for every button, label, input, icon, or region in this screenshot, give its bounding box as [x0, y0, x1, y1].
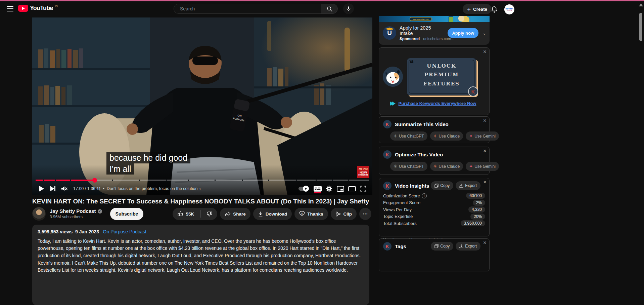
- scrollbar-thumb[interactable]: [639, 13, 642, 41]
- channel-meta[interactable]: Jay Shetty Podcast ✓ 3.96M subscribers: [50, 208, 102, 220]
- create-button[interactable]: + Create: [463, 4, 492, 14]
- chatgpt-icon: ✳: [394, 134, 397, 139]
- export-icon: [459, 184, 463, 188]
- progress-bar[interactable]: [36, 180, 369, 181]
- use-claude-label: Use Claude: [439, 164, 460, 169]
- badge-line3: SUBSCRIBE: [357, 174, 369, 176]
- graduation-cap-icon: [385, 28, 394, 30]
- use-gemini-button[interactable]: ✦ Use Gemini: [466, 131, 499, 141]
- subscribe-button[interactable]: Subscribe: [110, 208, 144, 220]
- search-button[interactable]: [321, 4, 338, 14]
- next-button[interactable]: [47, 183, 58, 194]
- search-box: [174, 4, 321, 14]
- miniplayer-button[interactable]: [335, 183, 346, 194]
- youtube-logo[interactable]: YouTube IN: [18, 5, 57, 12]
- optimize-close-icon[interactable]: ×: [483, 148, 487, 154]
- summarize-buttons: ✳ Use ChatGPT ✳ Use Claude ✦ Use Gemini: [390, 131, 499, 141]
- chapter-title[interactable]: • Don't focus on the problem, focus on t…: [103, 186, 198, 191]
- apply-now-button[interactable]: Apply now: [448, 28, 478, 38]
- summarize-close-icon[interactable]: ×: [483, 118, 487, 123]
- copy-button[interactable]: Copy: [431, 242, 453, 251]
- ad-text[interactable]: Apply for 2025 Intake Sponsored · unisch…: [400, 25, 444, 41]
- gemini-icon: ✦: [469, 164, 473, 169]
- chapter-gap: [316, 180, 317, 181]
- view-count: 3,599,953 views: [38, 229, 73, 234]
- subscriber-count: 3.96M subscribers: [50, 215, 102, 220]
- like-count: 55K: [186, 212, 194, 217]
- description-hashtag-link[interactable]: On Purpose Podcast: [103, 229, 146, 234]
- thanks-button[interactable]: $ Thanks: [294, 208, 328, 220]
- metric-value: 2%: [473, 200, 485, 206]
- fullscreen-button[interactable]: [358, 183, 369, 194]
- current-time: 17:00: [73, 186, 84, 191]
- more-actions-button[interactable]: ⋯: [359, 208, 371, 220]
- mute-button[interactable]: [58, 183, 70, 194]
- use-chatgpt-button[interactable]: ✳ Use ChatGPT: [390, 162, 427, 171]
- channel-avatar[interactable]: [32, 207, 46, 221]
- miniplayer-icon: [337, 186, 344, 192]
- copy-label: Copy: [440, 244, 450, 249]
- ad-chevron-down-icon[interactable]: ⌄: [482, 31, 486, 36]
- like-button[interactable]: 55K: [173, 208, 198, 220]
- metric-value: 60/100: [466, 193, 485, 199]
- theater-mode-button[interactable]: [346, 183, 358, 194]
- advertiser-logo[interactable]: U: [383, 26, 396, 40]
- metric-label: Total Subscribers: [383, 221, 417, 226]
- settings-button[interactable]: [323, 183, 335, 194]
- time-separator: /: [85, 186, 86, 191]
- ad-banner-url-pill: www.unischolars.com: [410, 17, 432, 21]
- clip-button[interactable]: Clip: [331, 208, 357, 220]
- download-button[interactable]: Download: [253, 208, 292, 220]
- country-code: IN: [55, 4, 58, 7]
- ad-title: Apply for 2025 Intake: [400, 25, 444, 36]
- verified-icon: ✓: [98, 209, 102, 214]
- tags-close-icon[interactable]: ×: [483, 240, 487, 245]
- export-button[interactable]: Export: [456, 181, 480, 190]
- account-avatar[interactable]: komet MEDIA: [504, 4, 514, 14]
- sponsored-label: Sponsored: [400, 37, 420, 41]
- chapter-gap: [332, 180, 333, 181]
- chapter-chevron-icon[interactable]: ›: [199, 186, 201, 191]
- keywords-everywhere-promo-card: × ❝ UNLOCK: [379, 47, 490, 115]
- summarize-title: Summarize This Video: [395, 121, 449, 127]
- purchase-link[interactable]: Purchase Keywords Everywhere Now: [399, 101, 476, 106]
- share-button[interactable]: Share: [220, 208, 250, 220]
- chapter-gap: [348, 180, 349, 181]
- use-claude-button[interactable]: ✳ Use Claude: [430, 162, 463, 171]
- scrollbar-up-arrow[interactable]: [639, 3, 643, 6]
- video-player[interactable]: ON PURPOSE because he did good I'm all C…: [32, 17, 372, 195]
- sponsored-ad-card: www.unischolars.com U Apply for 2025 Int…: [379, 16, 490, 45]
- play-button[interactable]: [36, 183, 47, 194]
- description-box[interactable]: 3,599,953 views 9 Jan 2023 On Purpose Po…: [32, 225, 369, 305]
- masthead: YouTube IN + Create: [0, 1, 644, 17]
- insights-close-icon[interactable]: ×: [483, 179, 487, 185]
- search-input[interactable]: [179, 6, 321, 12]
- insights-header: K Video Insights: [383, 182, 429, 190]
- pill-divider: [200, 210, 201, 218]
- use-chatgpt-button[interactable]: ✳ Use ChatGPT: [390, 131, 427, 141]
- dislike-button[interactable]: [203, 208, 217, 220]
- notifications-button[interactable]: [491, 5, 498, 13]
- ad-dot: ·: [421, 37, 422, 41]
- caption-line-1: because he did good: [106, 152, 190, 163]
- info-icon[interactable]: i: [422, 193, 427, 198]
- use-gemini-button[interactable]: ✦ Use Gemini: [466, 162, 499, 171]
- export-button[interactable]: Export: [456, 242, 480, 251]
- promo-close-icon[interactable]: ×: [483, 49, 487, 54]
- thanks-label: Thanks: [307, 212, 323, 217]
- promo-inner: ❝ UNLOCK PREMIUM FEATURES K: [382, 55, 487, 98]
- plus-icon: +: [467, 6, 471, 12]
- menu-icon[interactable]: [7, 6, 13, 11]
- use-claude-button[interactable]: ✳ Use Claude: [430, 131, 463, 141]
- voice-search-button[interactable]: [343, 3, 354, 14]
- playhead[interactable]: [92, 178, 97, 183]
- time-display: 17:00 / 1:36:11: [73, 186, 101, 191]
- copy-button[interactable]: Copy: [431, 181, 453, 190]
- subscribe-badge[interactable]: CLICK NOW SUBSCRIBE: [357, 166, 369, 178]
- captions-button[interactable]: [312, 183, 323, 194]
- ad-subtitle: Sponsored · unischolars.com...: [400, 37, 444, 41]
- share-label: Share: [233, 212, 246, 217]
- autoplay-toggle[interactable]: [298, 187, 309, 191]
- chapter-gap: [43, 180, 44, 181]
- ad-banner-image[interactable]: www.unischolars.com: [379, 16, 490, 22]
